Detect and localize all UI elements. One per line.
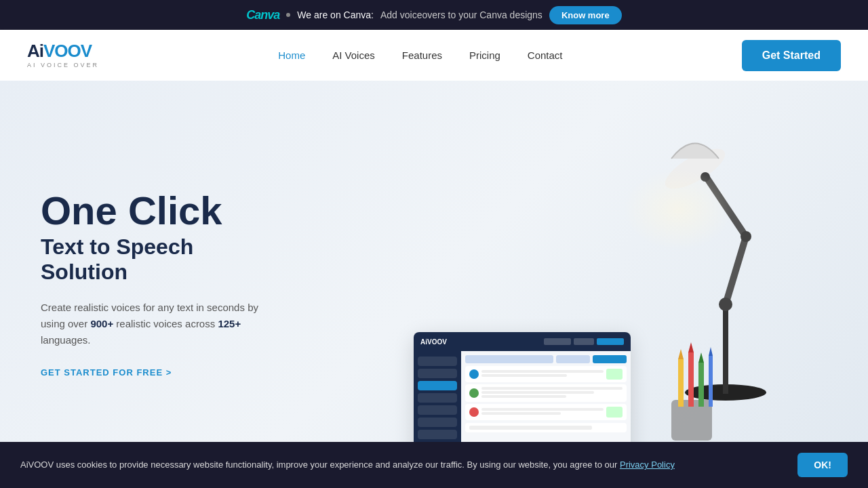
chat-line-7 <box>481 412 561 415</box>
play-btn-mini-2 <box>606 407 623 418</box>
sidebar-mini-2 <box>418 369 457 378</box>
canva-logo: Canva <box>246 8 279 22</box>
chat-bubble-2 <box>465 384 627 402</box>
logo-voov: VOOV <box>43 41 92 61</box>
nav-home[interactable]: Home <box>278 49 305 62</box>
logo-subtitle: AI VOICE OVER <box>27 62 99 69</box>
nav-features-link[interactable]: Features <box>402 49 442 61</box>
app-chip-3 <box>593 355 627 363</box>
sidebar-mini-7 <box>418 430 457 439</box>
logo: AiVOOV AI VOICE OVER <box>27 41 99 68</box>
svg-point-5 <box>719 298 732 311</box>
svg-rect-14 <box>698 363 704 407</box>
chat-avatar-1 <box>469 369 479 379</box>
hero-content: One Click Text to Speech Solution Create… <box>0 150 326 419</box>
svg-rect-10 <box>678 359 684 407</box>
banner-dot <box>286 13 290 17</box>
svg-marker-11 <box>678 349 684 359</box>
chat-line-5 <box>481 395 566 398</box>
sidebar-mini-3 <box>418 381 457 390</box>
hero-desc-after: languages. <box>41 334 90 346</box>
logo-text: AiVOOV <box>27 41 99 61</box>
nav-pricing-link[interactable]: Pricing <box>469 49 500 61</box>
app-chip-1 <box>465 355 553 363</box>
cookie-message: AiVOOV uses cookies to provide necessary… <box>20 460 620 470</box>
nav-ai-voices[interactable]: AI Voices <box>332 49 375 62</box>
chat-text-3 <box>481 408 604 416</box>
logo-ai: Ai <box>27 41 43 61</box>
chat-bubble-3 <box>465 404 627 420</box>
svg-marker-17 <box>709 347 713 356</box>
chat-avatar-3 <box>469 407 479 417</box>
svg-line-2 <box>726 237 746 304</box>
nav-home-link[interactable]: Home <box>278 49 305 61</box>
nav-contact-link[interactable]: Contact <box>528 49 563 61</box>
svg-point-6 <box>741 231 751 242</box>
play-btn-mini <box>606 369 623 380</box>
svg-marker-13 <box>688 342 694 352</box>
svg-rect-12 <box>688 352 694 407</box>
app-row-1 <box>465 355 627 363</box>
banner-desc: Add voiceovers to your Canva designs <box>380 9 542 20</box>
hero-right-visual: AiVOOV <box>359 81 868 488</box>
svg-marker-15 <box>698 352 704 363</box>
privacy-policy-link[interactable]: Privacy Policy <box>620 460 675 470</box>
chat-bubble-1 <box>465 366 627 382</box>
sidebar-mini-4 <box>418 393 457 403</box>
hero-desc-middle: realistic voices across <box>113 318 218 329</box>
svg-point-8 <box>624 169 732 250</box>
cookie-banner: AiVOOV uses cookies to provide necessary… <box>0 442 868 488</box>
chat-line-3 <box>481 387 623 390</box>
chat-line-4 <box>481 391 594 394</box>
nav-features[interactable]: Features <box>402 49 442 62</box>
hero-voices-count: 900+ <box>90 318 113 329</box>
cookie-ok-button[interactable]: OK! <box>797 453 848 477</box>
hero-cta-link[interactable]: GET STARTED FOR FREE > <box>41 367 172 378</box>
hero-title-main: One Click <box>41 190 285 232</box>
nav-ai-voices-link[interactable]: AI Voices <box>332 49 375 61</box>
chat-text-2 <box>481 387 623 399</box>
chat-line-1 <box>481 370 604 373</box>
nav-links: Home AI Voices Features Pricing Contact <box>278 49 562 62</box>
sidebar-mini-6 <box>418 418 457 427</box>
sidebar-mini-1 <box>418 357 457 366</box>
chat-line-2 <box>481 374 567 377</box>
banner-we-are: We are on Canva: <box>297 9 374 20</box>
navbar: AiVOOV AI VOICE OVER Home AI Voices Feat… <box>0 30 868 81</box>
chat-text-1 <box>481 370 604 378</box>
app-chip-2 <box>556 355 590 363</box>
input-line <box>469 426 592 430</box>
know-more-button[interactable]: Know more <box>549 6 622 24</box>
app-input-bar <box>465 423 627 432</box>
svg-rect-16 <box>709 356 713 407</box>
hero-section: One Click Text to Speech Solution Create… <box>0 81 868 488</box>
nav-pricing[interactable]: Pricing <box>469 49 500 62</box>
get-started-button[interactable]: Get Started <box>742 40 841 71</box>
chat-line-6 <box>481 408 604 411</box>
pencil-holder-illustration <box>651 339 732 447</box>
hero-title-sub: Text to Speech Solution <box>41 235 285 285</box>
app-logo-small: AiVOOV <box>420 338 447 346</box>
hero-languages-count: 125+ <box>218 318 241 329</box>
nav-contact[interactable]: Contact <box>528 49 563 62</box>
chat-avatar-2 <box>469 388 479 398</box>
sidebar-mini-5 <box>418 405 457 415</box>
hero-desc: Create realistic voices for any text in … <box>41 300 285 348</box>
cookie-text: AiVOOV uses cookies to provide necessary… <box>20 458 777 472</box>
app-header: AiVOOV <box>414 332 631 351</box>
top-banner: Canva We are on Canva: Add voiceovers to… <box>0 0 868 30</box>
